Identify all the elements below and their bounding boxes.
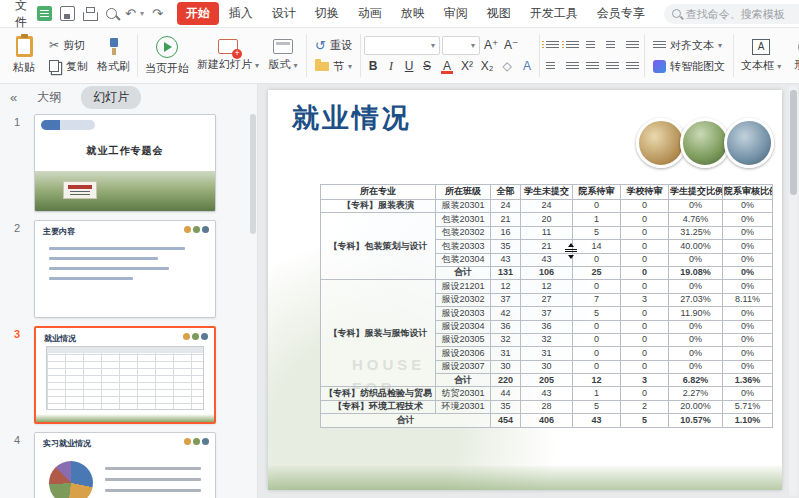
copy-button[interactable]: 复制 — [44, 57, 93, 76]
table-cell: 21 — [491, 213, 521, 226]
menu-bar: 文件 ↶ ▾ ↷ 开始插入设计切换动画放映审阅视图开发工具会员专享 未同步 — [0, 0, 799, 28]
table-row: 【专科】纺织品检验与贸易纺贸203014443102.27%0% — [321, 387, 773, 400]
menu-tab-审阅[interactable]: 审阅 — [435, 2, 477, 25]
undo-dropdown-icon[interactable]: ▾ — [140, 9, 144, 18]
menu-tab-开始[interactable]: 开始 — [177, 2, 219, 25]
align-text-button[interactable]: 对齐文本 ▾ — [648, 36, 730, 55]
font-color-button[interactable]: A — [438, 57, 456, 76]
shape-button[interactable]: 形状 — [785, 30, 799, 81]
photo-circle-2[interactable] — [680, 118, 730, 168]
major-cell: 【专科】包装策划与设计 — [321, 213, 436, 280]
menu-tab-切换[interactable]: 切换 — [306, 2, 348, 25]
format-painter-button[interactable]: 格式刷 — [93, 30, 134, 81]
bold-button[interactable]: B — [364, 57, 382, 76]
menu-tab-会员专享[interactable]: 会员专享 — [588, 2, 654, 25]
employment-table-body: 【专科】服装表演服装203012424000%0%【专科】包装策划与设计包装20… — [321, 200, 773, 428]
table-cell: 0% — [723, 266, 773, 279]
new-slide-button[interactable]: 新建幻灯片 ▾ — [193, 30, 263, 81]
menu-tab-开发工具[interactable]: 开发工具 — [521, 2, 587, 25]
italic-button[interactable]: I — [382, 57, 400, 76]
slide-thumbnail-2[interactable]: 2 主要内容 — [0, 220, 240, 318]
increase-font-button[interactable]: A⁺ — [482, 36, 500, 55]
tab-outline[interactable]: 大纲 — [25, 86, 73, 109]
menu-tab-放映[interactable]: 放映 — [392, 2, 434, 25]
strikethrough-button[interactable]: S — [418, 57, 436, 76]
menu-tab-视图[interactable]: 视图 — [478, 2, 520, 25]
undo-icon[interactable]: ↶ — [125, 6, 136, 21]
layout-button[interactable]: 版式 ▾ — [263, 30, 303, 81]
slide-thumbnail-preview[interactable]: 实习就业情况 — [34, 432, 216, 498]
slide-thumbnail-3[interactable]: 3 就业情况 — [0, 326, 240, 424]
align-left-button[interactable] — [543, 57, 561, 76]
table-cell: 0 — [621, 307, 669, 320]
slide-thumbnail-preview[interactable]: 就业情况 — [34, 326, 216, 424]
menu-tab-设计[interactable]: 设计 — [263, 2, 305, 25]
collapse-panel-icon[interactable]: « — [10, 90, 17, 105]
decrease-indent-button[interactable] — [583, 36, 601, 55]
font-size-combo[interactable]: ▾ — [442, 36, 480, 55]
menu-tab-list: 开始插入设计切换动画放映审阅视图开发工具会员专享 — [177, 2, 654, 25]
slide-title[interactable]: 就业情况 — [292, 100, 412, 136]
play-from-current-button[interactable]: 当页开始 — [141, 30, 193, 81]
slide-thumbnail-preview[interactable]: 主要内容 — [34, 220, 216, 318]
highlight-button[interactable]: ◇ — [498, 57, 516, 76]
search-input[interactable] — [686, 8, 799, 20]
table-cell: 10.57% — [669, 414, 723, 427]
numbered-list-button[interactable] — [563, 36, 581, 55]
slide-thumbnail-4[interactable]: 4 实习就业情况 — [0, 432, 240, 498]
print-preview-icon[interactable] — [106, 8, 117, 19]
subscript-button[interactable]: X₂ — [478, 57, 496, 76]
line-spacing-button[interactable] — [623, 36, 641, 55]
bullet-list-button[interactable] — [543, 36, 561, 55]
sidebar-scrollbar[interactable] — [250, 114, 256, 494]
align-text-icon — [653, 41, 666, 50]
table-cell: 0% — [723, 333, 773, 346]
save-icon[interactable] — [60, 6, 75, 21]
reset-button[interactable]: ↺ 重设 — [310, 36, 357, 55]
table-cell: 0% — [723, 200, 773, 213]
table-cell: 2.27% — [669, 387, 723, 400]
increase-indent-button[interactable] — [603, 36, 621, 55]
table-cell: 43 — [491, 253, 521, 266]
table-cell: 1.36% — [723, 374, 773, 387]
photo-circle-1[interactable] — [636, 118, 686, 168]
file-menu[interactable]: 文件 — [15, 0, 27, 31]
smart-doc-button[interactable]: 转智能图文 — [648, 57, 730, 76]
canvas-scrollbar[interactable] — [789, 86, 798, 496]
font-family-combo[interactable]: ▾ — [364, 36, 440, 55]
slide-thumbnail-preview[interactable]: 就业工作专题会 — [34, 114, 216, 212]
slide-thumbnail-1[interactable]: 1 就业工作专题会 — [0, 114, 240, 212]
smart-doc-icon — [653, 60, 666, 73]
table-cell: 0% — [723, 307, 773, 320]
paste-button[interactable]: 粘贴 — [4, 30, 44, 81]
table-cell: 0 — [621, 347, 669, 360]
command-search[interactable] — [664, 4, 799, 24]
tab-slides[interactable]: 幻灯片 — [81, 86, 141, 109]
table-cell: 5 — [621, 414, 669, 427]
menu-tab-动画[interactable]: 动画 — [349, 2, 391, 25]
text-box-button[interactable]: A 文本框 ▾ — [737, 30, 785, 81]
text-effects-button[interactable]: A — [518, 57, 536, 76]
table-cell: 0% — [723, 240, 773, 253]
photo-circle-3[interactable] — [724, 118, 774, 168]
print-icon[interactable] — [83, 12, 98, 21]
menu-tab-插入[interactable]: 插入 — [220, 2, 262, 25]
thumbnail-title: 就业情况 — [44, 333, 76, 344]
table-cell: 30 — [521, 360, 573, 373]
decrease-font-button[interactable]: A⁻ — [502, 36, 520, 55]
align-center-button[interactable] — [563, 57, 581, 76]
employment-table[interactable]: 所在专业所在班级全部学生未提交院系待审学校待审学生提交比例院系审核比例 【专科】… — [320, 184, 773, 428]
reset-icon: ↺ — [315, 39, 326, 52]
justify-button[interactable] — [603, 57, 621, 76]
superscript-button[interactable]: X² — [458, 57, 476, 76]
section-button[interactable]: 节 ▾ — [310, 57, 357, 76]
underline-button[interactable]: U — [400, 57, 418, 76]
align-right-button[interactable] — [583, 57, 601, 76]
slide-canvas[interactable]: HOUSE FOR 就业情况 所在专业所在班级全部学生未提交院系待审学校待审学生… — [268, 90, 782, 490]
distribute-button[interactable] — [623, 57, 641, 76]
cut-button[interactable]: ✂ 剪切 — [44, 36, 93, 55]
table-cell: 131 — [491, 266, 521, 279]
slide-number: 2 — [0, 220, 34, 318]
new-document-icon[interactable] — [37, 6, 52, 21]
redo-icon[interactable]: ↷ — [152, 6, 163, 21]
